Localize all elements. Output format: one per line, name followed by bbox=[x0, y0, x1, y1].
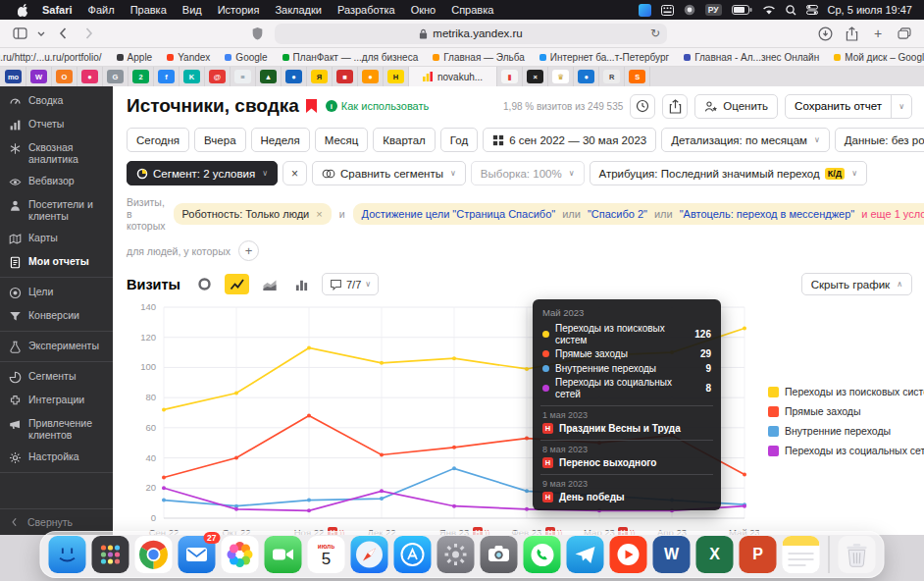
dock-word-icon[interactable]: W bbox=[653, 536, 691, 573]
attribution-dropdown[interactable]: Атрибуция: Последний значимый переходК/Д… bbox=[590, 161, 867, 185]
menubar-item-6[interactable]: Разработка bbox=[330, 4, 403, 16]
share-icon[interactable] bbox=[842, 23, 861, 44]
period-quick-button[interactable]: Год bbox=[440, 128, 478, 152]
detalization-dropdown[interactable]: Детализация: по месяцам∨ bbox=[661, 128, 830, 152]
sidebar-item-acquisition[interactable]: Привлечение клиентов bbox=[0, 412, 113, 446]
chart-type-line-button[interactable] bbox=[225, 274, 249, 294]
sidebar-item-integrations[interactable]: Интеграции bbox=[0, 389, 113, 412]
pinned-tab[interactable]: Н bbox=[384, 67, 409, 86]
bookmark-item[interactable]: Главная — Эльба bbox=[433, 52, 525, 63]
save-report-button[interactable]: Сохранить отчет∨ bbox=[785, 94, 912, 119]
sidebar-item-summary[interactable]: Сводка bbox=[0, 89, 113, 113]
menubar-item-app[interactable]: Safari bbox=[34, 4, 80, 16]
dock-photos-icon[interactable] bbox=[222, 536, 259, 573]
privacy-shield-icon[interactable] bbox=[247, 23, 267, 44]
export-button[interactable] bbox=[662, 94, 688, 119]
back-icon[interactable] bbox=[53, 23, 73, 44]
pinned-tab[interactable]: 2 bbox=[128, 67, 154, 86]
bookmark-item[interactable]: Интернет ба...т-Петербург bbox=[539, 52, 669, 63]
data-mode-dropdown[interactable]: Данные: без роботов∨ bbox=[835, 128, 924, 152]
pinned-tab[interactable]: ≡ bbox=[231, 67, 256, 86]
legend-item[interactable]: Внутренние переходы bbox=[768, 425, 924, 437]
period-quick-button[interactable]: Квартал bbox=[373, 128, 435, 152]
sidebar-item-webvisor[interactable]: Вебвизор bbox=[0, 170, 113, 193]
menubar-item-1[interactable]: Файл bbox=[80, 4, 123, 16]
downloads-icon[interactable] bbox=[815, 23, 835, 44]
dock-excel-icon[interactable]: X bbox=[696, 536, 734, 573]
segment-clear-button[interactable]: × bbox=[282, 161, 307, 185]
hide-chart-button[interactable]: Скрыть график∧ bbox=[801, 273, 912, 295]
sidebar-item-settings[interactable]: Настройка bbox=[0, 446, 113, 469]
sidebar-item-experiments[interactable]: Эксперименты bbox=[0, 335, 113, 358]
period-quick-button[interactable]: Сегодня bbox=[127, 128, 189, 152]
pinned-tab[interactable]: ● bbox=[574, 67, 599, 86]
apple-menu[interactable] bbox=[12, 4, 34, 17]
reload-icon[interactable]: ↻ bbox=[650, 26, 660, 40]
status-circle-icon[interactable] bbox=[684, 4, 695, 16]
dock-mail-icon[interactable]: 27 bbox=[179, 536, 216, 573]
bookmark-item[interactable]: Yandex bbox=[167, 52, 210, 63]
chart-type-area-button[interactable] bbox=[257, 274, 282, 294]
new-tab-icon[interactable]: + bbox=[868, 23, 888, 44]
period-quick-button[interactable]: Месяц bbox=[315, 128, 369, 152]
dock-facetime-icon[interactable] bbox=[265, 536, 302, 573]
pinned-tab[interactable]: K bbox=[180, 67, 205, 86]
menubar-item-3[interactable]: Вид bbox=[175, 4, 210, 16]
period-quick-button[interactable]: Неделя bbox=[251, 128, 310, 152]
menubar-clock[interactable]: Ср, 5 июля 19:47 bbox=[828, 4, 912, 16]
keyboard-icon[interactable] bbox=[661, 5, 674, 16]
sidebar-item-cross-analytics[interactable]: Сквозная аналитика bbox=[0, 136, 113, 170]
sampling-dropdown[interactable]: Выборка: 100%∨ bbox=[471, 161, 585, 185]
segment-dropdown[interactable]: Сегмент: 2 условия∨ bbox=[127, 161, 278, 185]
sidebar-item-segments[interactable]: Сегменты bbox=[0, 365, 113, 389]
dock-telegram-icon[interactable] bbox=[567, 536, 604, 573]
remove-filter-icon[interactable]: × bbox=[316, 208, 322, 220]
dock-finder-icon[interactable] bbox=[49, 536, 86, 573]
pinned-tab[interactable]: ■ bbox=[333, 67, 358, 86]
dock-photo-booth-icon[interactable] bbox=[481, 536, 518, 573]
input-language-badge[interactable]: РУ bbox=[705, 4, 722, 16]
sidebar-item-conversions[interactable]: Конверсии bbox=[0, 304, 113, 328]
bookmark-item[interactable]: ac-u.ru/http:/...u.ru/portfolio/ bbox=[0, 52, 102, 63]
pinned-tab[interactable]: @ bbox=[205, 67, 231, 86]
dock-app-store-icon[interactable] bbox=[394, 536, 432, 573]
pinned-tab[interactable]: G bbox=[103, 67, 128, 86]
dock-trash-icon[interactable] bbox=[839, 536, 876, 573]
pinned-tab[interactable]: ● bbox=[358, 67, 384, 86]
pinned-tab[interactable]: R bbox=[599, 67, 625, 86]
pinned-tab[interactable]: f bbox=[154, 67, 180, 86]
filter-chip-robots[interactable]: Роботность: Только люди× bbox=[174, 203, 332, 225]
dock-launchpad-icon[interactable] bbox=[92, 536, 129, 573]
sidebar-item-visitors[interactable]: Посетители и клиенты bbox=[0, 193, 113, 227]
sidebar-toggle-icon[interactable] bbox=[10, 23, 29, 44]
pinned-tab[interactable]: ♛ bbox=[548, 67, 574, 86]
legend-item[interactable]: Переходы из поисковых систем bbox=[768, 386, 924, 397]
dock-whatsapp-icon[interactable] bbox=[524, 536, 561, 573]
forward-icon[interactable] bbox=[79, 23, 99, 44]
sidebar-item-reports[interactable]: Отчеты bbox=[0, 113, 113, 136]
bookmark-item[interactable]: Apple bbox=[117, 52, 153, 63]
dock-notes-icon[interactable] bbox=[783, 536, 820, 573]
dock-yandex-music-icon[interactable] bbox=[610, 536, 647, 573]
tab-overview-icon[interactable] bbox=[895, 23, 914, 44]
battery-icon[interactable] bbox=[732, 5, 752, 15]
dock-calendar-icon[interactable]: июль5 bbox=[308, 536, 345, 573]
legend-item[interactable]: Переходы из социальных сетей bbox=[768, 445, 924, 456]
dock-system-settings-icon[interactable] bbox=[437, 536, 475, 573]
bookmark-flag-icon[interactable] bbox=[306, 99, 317, 113]
bookmark-item[interactable]: Мой диск – Google Диск bbox=[834, 52, 924, 63]
menubar-item-4[interactable]: История bbox=[210, 4, 268, 16]
pinned-tab[interactable]: ● bbox=[282, 67, 307, 86]
pinned-tab[interactable]: Я bbox=[307, 67, 333, 86]
sidebar-item-my-reports[interactable]: Мои отчеты bbox=[0, 250, 113, 274]
menubar-item-7[interactable]: Окно bbox=[403, 4, 444, 16]
menubar-item-2[interactable]: Правка bbox=[123, 4, 175, 16]
date-range-button[interactable]: 6 сен 2022 — 30 мая 2023 bbox=[483, 128, 656, 152]
chart-type-donut-button[interactable] bbox=[192, 274, 217, 294]
menubar-item-8[interactable]: Справка bbox=[443, 4, 501, 16]
save-report-chevron[interactable]: ∨ bbox=[891, 95, 911, 118]
pinned-tab[interactable]: ▮ bbox=[497, 67, 523, 86]
bookmark-item[interactable]: Главная - Ал...знес Онлайн bbox=[684, 52, 819, 63]
legend-item[interactable]: Прямые заходы bbox=[768, 405, 924, 417]
rate-button[interactable]: Оценить bbox=[694, 94, 778, 119]
